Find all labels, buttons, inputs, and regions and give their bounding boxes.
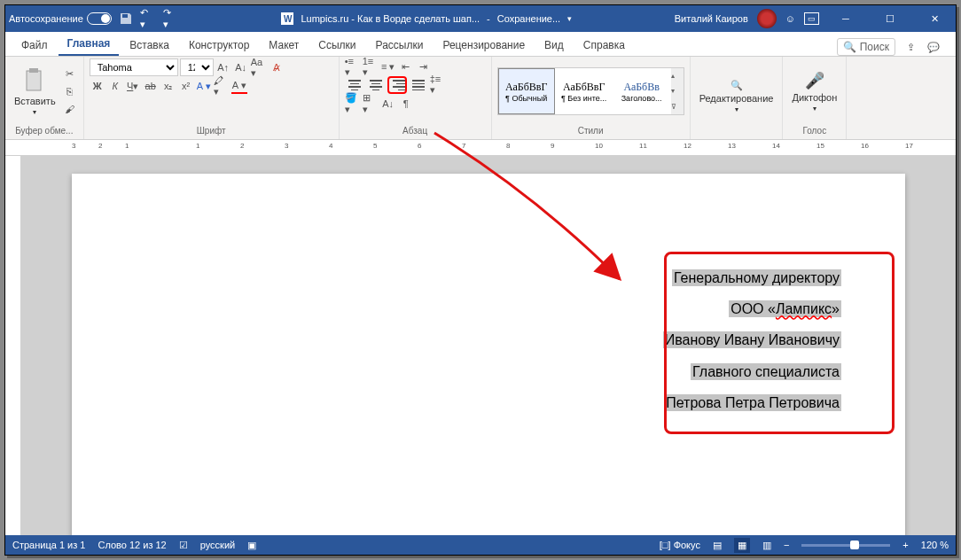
tab-insert[interactable]: Вставка [121, 35, 178, 56]
search-box[interactable]: 🔍 Поиск [837, 38, 895, 56]
page-status[interactable]: Страница 1 из 1 [12, 540, 85, 550]
strike-button[interactable]: ab [143, 78, 159, 94]
document-page[interactable]: Генеральному директору ООО «Лампикс» Ива… [72, 174, 905, 535]
font-size-select[interactable]: 12 [180, 58, 214, 76]
underline-button[interactable]: Ч ▾ [125, 78, 141, 94]
style-normal[interactable]: АаБбВвГ¶ Обычный [498, 68, 555, 114]
read-mode-icon[interactable]: ▤ [713, 540, 722, 551]
status-bar: Страница 1 из 1 Слово 12 из 12 ☑ русский… [5, 535, 956, 555]
macro-icon[interactable]: ▣ [247, 540, 256, 551]
focus-mode[interactable]: [□] Фокус [660, 540, 700, 550]
svg-rect-3 [27, 71, 41, 90]
clear-format-icon[interactable]: A̷ [269, 59, 285, 75]
multilevel-icon[interactable]: ≡ ▾ [380, 58, 396, 74]
outdent-icon[interactable]: ⇤ [398, 58, 414, 74]
paragraph-group: •≡ ▾ 1≡ ▾ ≡ ▾ ⇤ ⇥ ‡≡ ▾ 🪣 ▾ ⊞ ▾ A↓ [340, 57, 492, 139]
sort-icon[interactable]: A↓ [380, 96, 396, 112]
shading-icon[interactable]: 🪣 ▾ [345, 96, 361, 112]
svg-rect-0 [122, 14, 128, 18]
numbering-icon[interactable]: 1≡ ▾ [363, 58, 379, 74]
shrink-font-icon[interactable]: A↓ [233, 59, 249, 75]
show-marks-icon[interactable]: ¶ [398, 96, 414, 112]
document-title: Lumpics.ru - Как в Ворде сделать шап... [301, 13, 480, 24]
indent-icon[interactable]: ⇥ [416, 58, 432, 74]
undo-icon[interactable]: ↶ ▾ [140, 11, 156, 27]
tab-review[interactable]: Рецензирование [434, 35, 534, 56]
align-right-button[interactable] [387, 76, 407, 94]
italic-button[interactable]: К [107, 78, 123, 94]
style-heading1[interactable]: АаБбВвЗаголово... [613, 68, 670, 114]
highlight-icon[interactable]: 🖍 ▾ [214, 78, 230, 94]
microphone-icon: 🎤 [805, 71, 824, 90]
ribbon: Вставить ▾ ✂ ⎘ 🖌 Буфер обме... Tahoma 12… [5, 57, 956, 140]
document-area: Генеральному директору ООО «Лампикс» Ива… [5, 156, 956, 535]
tab-home[interactable]: Главная [59, 33, 120, 56]
redo-icon[interactable]: ↷ ▾ [163, 11, 179, 27]
zoom-slider[interactable] [801, 544, 890, 547]
change-case-icon[interactable]: Aa ▾ [251, 59, 267, 75]
web-layout-icon[interactable]: ▥ [762, 540, 771, 551]
font-name-select[interactable]: Tahoma [90, 58, 178, 76]
horizontal-ruler[interactable]: 321 1234567891011121314151617 [5, 140, 956, 156]
tab-design[interactable]: Конструктор [180, 35, 258, 56]
grow-font-icon[interactable]: A↑ [215, 59, 231, 75]
word-icon: W [281, 12, 293, 25]
voice-group: 🎤 Диктофон ▾ Голос [783, 57, 847, 139]
align-left-button[interactable] [345, 76, 364, 94]
svg-text:W: W [284, 14, 293, 24]
zoom-out-button[interactable]: − [784, 540, 789, 550]
format-painter-icon[interactable]: 🖌 [62, 101, 78, 117]
align-center-button[interactable] [366, 76, 386, 94]
editing-button[interactable]: 🔍 Редактирование ▾ [696, 78, 777, 115]
tab-help[interactable]: Справка [574, 35, 634, 56]
tab-references[interactable]: Ссылки [309, 35, 364, 56]
tab-mailings[interactable]: Рассылки [367, 35, 433, 56]
save-icon[interactable] [119, 12, 133, 26]
comments-icon[interactable]: 💬 [926, 39, 941, 55]
align-justify-button[interactable] [409, 76, 428, 94]
superscript-button[interactable]: x² [178, 78, 194, 94]
ribbon-display-icon[interactable]: ▭ [804, 12, 819, 25]
paste-button[interactable]: Вставить ▾ [11, 66, 59, 118]
print-layout-icon[interactable]: ▦ [734, 538, 750, 553]
tab-view[interactable]: Вид [535, 35, 573, 56]
svg-rect-4 [29, 68, 38, 73]
user-name: Виталий Каиров [675, 13, 748, 24]
close-button[interactable]: ✕ [917, 5, 952, 32]
saving-status: Сохранение... [497, 13, 560, 24]
bold-button[interactable]: Ж [90, 78, 105, 94]
styles-gallery[interactable]: АаБбВвГ¶ Обычный АаБбВвГ¶ Без инте... Аа… [497, 67, 684, 115]
zoom-in-button[interactable]: + [902, 540, 908, 550]
app-window: Автосохранение ↶ ▾ ↷ ▾ W Lumpics.ru - Ка… [4, 4, 957, 556]
magnifier-icon: 🔍 [731, 80, 743, 91]
zoom-value[interactable]: 120 % [921, 540, 949, 550]
language-status[interactable]: русский [200, 540, 235, 550]
styles-group: АаБбВвГ¶ Обычный АаБбВвГ¶ Без инте... Аа… [492, 57, 691, 139]
text-effects-icon[interactable]: A ▾ [196, 78, 212, 94]
editing-group: 🔍 Редактирование ▾ [691, 57, 784, 139]
word-count[interactable]: Слово 12 из 12 [98, 540, 166, 550]
maximize-button[interactable]: ☐ [872, 5, 908, 32]
tab-layout[interactable]: Макет [260, 35, 308, 56]
dictate-button[interactable]: 🎤 Диктофон ▾ [788, 69, 840, 114]
cut-icon[interactable]: ✂ [62, 66, 78, 82]
copy-icon[interactable]: ⎘ [62, 83, 78, 99]
emoji-icon[interactable]: ☺ [785, 13, 795, 24]
subscript-button[interactable]: x₂ [160, 78, 176, 94]
ribbon-tabs: Файл Главная Вставка Конструктор Макет С… [5, 32, 956, 57]
text-callout-box [664, 252, 895, 434]
style-no-spacing[interactable]: АаБбВвГ¶ Без инте... [556, 68, 613, 114]
vertical-ruler[interactable] [5, 156, 21, 535]
bullets-icon[interactable]: •≡ ▾ [345, 58, 361, 74]
autosave-toggle[interactable]: Автосохранение [9, 12, 112, 25]
tab-file[interactable]: Файл [12, 35, 57, 56]
clipboard-group: Вставить ▾ ✂ ⎘ 🖌 Буфер обме... [5, 57, 84, 139]
title-bar: Автосохранение ↶ ▾ ↷ ▾ W Lumpics.ru - Ка… [5, 5, 956, 32]
borders-icon[interactable]: ⊞ ▾ [363, 96, 379, 112]
font-color-icon[interactable]: A ▾ [231, 78, 247, 94]
user-avatar-icon[interactable] [757, 9, 777, 28]
spell-check-icon[interactable]: ☑ [179, 540, 188, 551]
minimize-button[interactable]: ─ [828, 5, 863, 32]
share-icon[interactable]: ⇪ [902, 39, 918, 55]
line-spacing-icon[interactable]: ‡≡ ▾ [430, 76, 446, 92]
